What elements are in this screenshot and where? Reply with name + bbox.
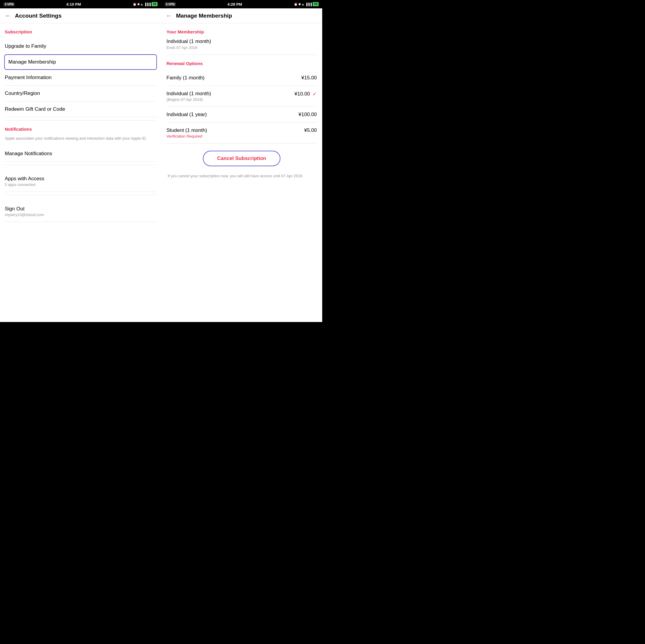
left-screen: 3 VPN 4:10 PM ⏰ ✱ ▲ ▐▐▐ 70 ← Account Set… [0, 0, 161, 322]
left-status-bar: 3 VPN 4:10 PM ⏰ ✱ ▲ ▐▐▐ 70 [0, 0, 161, 8]
right-bluetooth-icon: ✱ [298, 3, 301, 6]
right-alarm-icon: ⏰ [294, 3, 297, 6]
left-nav-bar: ← Account Settings [0, 8, 161, 23]
sign-out-item[interactable]: Sign Out mysery13@icloud.com [5, 201, 156, 222]
payment-information-label: Payment Information [5, 74, 52, 80]
manage-notifications-label: Manage Notifications [5, 151, 52, 156]
your-membership-header: Your Membership [167, 29, 317, 34]
renewal-option-individual-month-sub: (Begins 07 Apr 2019) [167, 97, 294, 102]
sign-out-account: mysery13@icloud.com [5, 212, 156, 217]
renewal-option-family-name: Family (1 month) [167, 75, 301, 81]
right-time: 4:28 PM [227, 2, 242, 7]
cancel-notice-text: If you cancel your subscription now, you… [167, 173, 317, 179]
right-screen: 3 VPN 4:28 PM ⏰ ✱ ▲ ▐▐▐ 70 ← Manage Memb… [161, 0, 322, 322]
right-back-button[interactable]: ← [166, 12, 173, 20]
country-region-label: Country/Region [5, 91, 40, 96]
right-wifi-icon: ▲ [301, 3, 304, 6]
manage-notifications-item[interactable]: Manage Notifications [5, 146, 156, 162]
right-status-right: ⏰ ✱ ▲ ▐▐▐ 70 [294, 2, 318, 6]
manage-membership-label: Manage Membership [8, 59, 56, 65]
payment-information-item[interactable]: Payment Information [5, 70, 156, 86]
renewal-option-individual-month-price: ¥10.00 ✓ [294, 91, 317, 97]
right-nav-bar: ← Manage Membership [161, 8, 322, 23]
renewal-option-student-price: ¥5.00 [304, 127, 317, 133]
renewal-option-family-info: Family (1 month) [167, 75, 301, 81]
notifications-header: Notifications [5, 127, 156, 132]
renewal-option-individual-month[interactable]: Individual (1 month) (Begins 07 Apr 2019… [167, 86, 317, 107]
renewal-option-student-name: Student (1 month) [167, 127, 304, 133]
apps-divider [5, 195, 156, 195]
upgrade-to-family-label: Upgrade to Family [5, 43, 46, 49]
country-region-item[interactable]: Country/Region [5, 86, 156, 102]
sign-out-label: Sign Out [5, 206, 156, 212]
left-nav-title: Account Settings [15, 13, 61, 19]
notifications-divider [5, 165, 156, 165]
right-content: Your Membership Individual (1 month) End… [161, 23, 322, 322]
right-battery-icon: 70 [313, 2, 318, 6]
renewal-option-individual-year-price: ¥100.00 [299, 112, 317, 118]
subscription-header: Subscription [5, 29, 156, 34]
apps-with-access-item[interactable]: Apps with Access 5 apps connected [5, 171, 156, 192]
right-status-left: 3 VPN [165, 2, 176, 6]
left-vpn-badge: 3 VPN [4, 2, 15, 6]
renewal-option-student[interactable]: Student (1 month) Verification Required … [167, 123, 317, 144]
right-signal-icon: ▐▐▐ [305, 3, 311, 6]
notifications-description: Apple associates your notifications view… [5, 136, 156, 141]
upgrade-to-family-item[interactable]: Upgrade to Family [5, 38, 156, 54]
renewal-option-individual-year-info: Individual (1 year) [167, 112, 299, 118]
renewal-option-individual-year-name: Individual (1 year) [167, 112, 299, 118]
current-plan-ends: Ends 07 Apr 2019 [167, 45, 317, 50]
left-content: Subscription Upgrade to Family Manage Me… [0, 23, 161, 322]
renewal-options-header: Renewal Options [167, 61, 317, 66]
notifications-section: Notifications Apple associates your noti… [5, 127, 156, 162]
redeem-gift-card-item[interactable]: Redeem Gift Card or Code [5, 102, 156, 117]
renewal-option-individual-year[interactable]: Individual (1 year) ¥100.00 [167, 107, 317, 123]
signal-icon: ▐▐▐ [144, 3, 150, 6]
renewal-option-student-info: Student (1 month) Verification Required [167, 127, 304, 139]
renewal-option-family-price: ¥15.00 [301, 75, 317, 81]
renewal-option-family[interactable]: Family (1 month) ¥15.00 [167, 70, 317, 86]
right-nav-title: Manage Membership [176, 13, 232, 19]
selected-checkmark-icon: ✓ [312, 91, 317, 97]
wifi-icon: ▲ [141, 3, 144, 6]
apps-with-access-label: Apps with Access [5, 176, 156, 182]
apps-with-access-sub: 5 apps connected [5, 182, 156, 187]
manage-membership-item[interactable]: Manage Membership [4, 54, 157, 70]
cancel-subscription-button[interactable]: Cancel Subscription [203, 151, 280, 166]
redeem-gift-card-label: Redeem Gift Card or Code [5, 106, 65, 112]
left-time: 4:10 PM [66, 2, 81, 7]
spacer1 [167, 55, 317, 61]
alarm-icon: ⏰ [133, 3, 136, 6]
bluetooth-icon: ✱ [137, 3, 140, 6]
subscription-divider [5, 120, 156, 121]
right-status-bar: 3 VPN 4:28 PM ⏰ ✱ ▲ ▐▐▐ 70 [161, 0, 322, 8]
left-status-right: ⏰ ✱ ▲ ▐▐▐ 70 [133, 2, 158, 6]
current-plan: Individual (1 month) Ends 07 Apr 2019 [167, 38, 317, 55]
left-back-button[interactable]: ← [5, 12, 11, 20]
battery-icon: 70 [152, 2, 158, 6]
renewal-option-individual-month-info: Individual (1 month) (Begins 07 Apr 2019… [167, 91, 294, 102]
right-vpn-badge: 3 VPN [165, 2, 176, 6]
left-status-left: 3 VPN [4, 2, 15, 6]
renewal-option-student-verification: Verification Required [167, 134, 304, 139]
renewal-option-individual-month-name: Individual (1 month) [167, 91, 294, 97]
current-plan-name: Individual (1 month) [167, 38, 317, 44]
